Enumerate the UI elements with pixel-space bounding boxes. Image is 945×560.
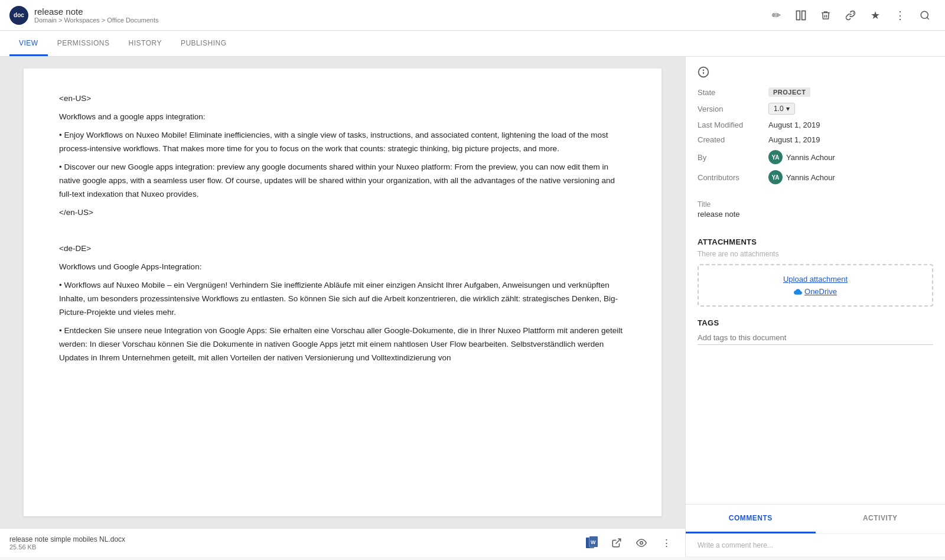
comment-input-area: Write a comment here... [686, 533, 945, 557]
upload-link-text[interactable]: Upload attachment [783, 275, 848, 284]
delete-button[interactable] [815, 5, 836, 26]
right-sidebar: State PROJECT Version 1.0 ▾ Last Modifie… [685, 57, 945, 557]
tab-view[interactable]: VIEW [9, 31, 48, 56]
doc-bottom-bar: release note simple mobiles NL.docx 25.5… [0, 528, 685, 557]
version-dropdown-icon: ▾ [786, 105, 790, 113]
upload-drop-zone[interactable]: Upload attachment OneDrive [698, 264, 933, 307]
tab-activity[interactable]: AcTIVITY [816, 504, 946, 533]
meta-row-by: By YA Yannis Achour [698, 147, 933, 167]
doc-bottom-actions: W ⋮ [582, 533, 676, 552]
by-avatar: YA [768, 150, 783, 164]
contributors-avatar: YA [768, 170, 783, 184]
link-button[interactable] [840, 5, 861, 26]
attachments-title: ATTACHMENTS [698, 237, 933, 246]
svg-point-11 [640, 542, 643, 545]
header-left: doc release note Domain > Workspaces > O… [9, 6, 159, 25]
svg-rect-1 [802, 11, 806, 19]
last-modified-label: Last Modified [698, 121, 768, 129]
header-title-area: release note Domain > Workspaces > Offic… [34, 6, 159, 24]
document-content: <en-US> Workflows and a google apps inte… [24, 69, 662, 516]
meta-row-version: Version 1.0 ▾ [698, 100, 933, 118]
version-label: Version [698, 105, 768, 113]
tab-permissions[interactable]: PERMISSIONS [48, 31, 119, 56]
state-label: State [698, 88, 768, 97]
doc-line-1: <en-US> [59, 92, 626, 106]
meta-row-state: State PROJECT [698, 84, 933, 100]
svg-line-3 [853, 12, 855, 14]
svg-rect-0 [797, 11, 800, 19]
more-actions-icon[interactable]: ⋮ [657, 533, 676, 552]
document-title: release note [34, 6, 159, 17]
version-value: 1.0 ▾ [768, 103, 795, 115]
word-icon[interactable]: W [582, 533, 601, 552]
attachments-section: ATTACHMENTS There are no attachments Upl… [686, 232, 945, 312]
doc-line-2: Workflows and a google apps integration: [59, 110, 626, 124]
contributors-name: Yannis Achour [786, 173, 835, 182]
doc-line-5: </en-US> [59, 206, 626, 220]
version-badge[interactable]: 1.0 ▾ [768, 103, 795, 115]
title-section: Title release note [686, 194, 945, 232]
onedrive-icon [794, 288, 802, 296]
meta-row-last-modified: Last Modified August 1, 2019 [698, 118, 933, 132]
app-logo: doc [9, 6, 28, 25]
contributors-value: YA Yannis Achour [768, 170, 835, 184]
search-button[interactable] [914, 5, 936, 26]
doc-spacer [59, 224, 626, 238]
edit-button[interactable]: ✏ [765, 5, 787, 26]
by-value: YA Yannis Achour [768, 150, 835, 164]
svg-line-5 [927, 17, 928, 19]
doc-filesize: 25.56 KB [9, 543, 125, 551]
title-label: Title [698, 200, 933, 209]
onedrive-text[interactable]: OneDrive [804, 287, 837, 296]
contributors-label: Contributors [698, 173, 768, 182]
title-value: release note [698, 210, 933, 219]
doc-file-info: release note simple mobiles NL.docx 25.5… [9, 535, 125, 551]
by-label: By [698, 153, 768, 162]
last-modified-value: August 1, 2019 [768, 121, 820, 129]
tags-input[interactable] [698, 331, 933, 345]
document-panel: <en-US> Workflows and a google apps inte… [0, 57, 685, 557]
tags-title: TAGS [698, 318, 933, 327]
preview-icon[interactable] [632, 533, 651, 552]
meta-row-created: Created August 1, 2019 [698, 132, 933, 147]
breadcrumb: Domain > Workspaces > Office Documents [34, 17, 159, 24]
onedrive-link[interactable]: OneDrive [708, 287, 923, 296]
doc-line-6: <de-DE> [59, 242, 626, 256]
by-name: Yannis Achour [786, 153, 835, 162]
meta-row-contributors: Contributors YA Yannis Achour [698, 167, 933, 187]
created-label: Created [698, 135, 768, 144]
tab-history[interactable]: HISTORY [119, 31, 171, 56]
no-attachments-text: There are no attachments [698, 250, 933, 258]
doc-line-4: • Discover our new Google apps integrati… [59, 161, 626, 201]
doc-line-3: • Enjoy Workflows on Nuxeo Mobile! Elimi… [59, 129, 626, 156]
state-value: PROJECT [768, 87, 810, 97]
meta-table: State PROJECT Version 1.0 ▾ Last Modifie… [686, 84, 945, 194]
svg-line-10 [616, 539, 621, 543]
doc-line-9: • Entdecken Sie unsere neue Integration … [59, 324, 626, 365]
bottom-tabs: COMMENTS AcTIVITY [686, 504, 945, 533]
upload-link[interactable]: Upload attachment [708, 275, 923, 284]
info-icon [698, 66, 709, 78]
comment-placeholder: Write a comment here... [698, 541, 773, 549]
created-value: August 1, 2019 [768, 135, 820, 144]
doc-filename: release note simple mobiles NL.docx [9, 535, 125, 543]
doc-line-7: Workflows und Google Apps-Integration: [59, 261, 626, 274]
compare-button[interactable] [790, 5, 812, 26]
header-actions: ✏ ★ ⋮ [765, 5, 936, 26]
tags-section: TAGS [686, 312, 945, 354]
state-badge: PROJECT [768, 87, 810, 97]
more-button[interactable]: ⋮ [889, 5, 911, 26]
open-external-icon[interactable] [607, 533, 626, 552]
sidebar-spacer [686, 354, 945, 504]
app-header: doc release note Domain > Workspaces > O… [0, 0, 945, 31]
favorite-button[interactable]: ★ [865, 5, 886, 26]
tab-comments[interactable]: COMMENTS [686, 504, 816, 533]
tabs-bar: VIEW PERMISSIONS HISTORY PUBLISHING [0, 31, 945, 57]
doc-line-8: • Workflows auf Nuxeo Mobile – ein Vergn… [59, 279, 626, 320]
svg-point-4 [921, 11, 928, 18]
svg-text:W: W [591, 539, 596, 545]
info-icon-area [686, 57, 945, 84]
tab-publishing[interactable]: PUBLISHING [171, 31, 236, 56]
main-layout: <en-US> Workflows and a google apps inte… [0, 57, 945, 557]
